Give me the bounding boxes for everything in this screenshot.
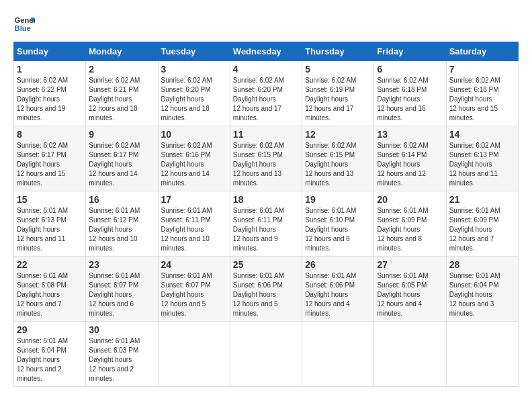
- calendar-week-0: 1Sunrise: 6:02 AMSunset: 6:22 PMDaylight…: [14, 61, 519, 126]
- calendar-day-14: 14Sunrise: 6:02 AMSunset: 6:13 PMDayligh…: [446, 126, 518, 191]
- day-number: 24: [161, 259, 227, 270]
- day-number: 26: [305, 259, 371, 270]
- day-number: 29: [17, 324, 83, 335]
- day-number: 19: [305, 194, 371, 205]
- day-number: 12: [305, 129, 371, 140]
- calendar-day-9: 9Sunrise: 6:02 AMSunset: 6:17 PMDaylight…: [86, 126, 158, 191]
- calendar-day-empty-4-3: [230, 322, 302, 387]
- calendar-day-12: 12Sunrise: 6:02 AMSunset: 6:15 PMDayligh…: [302, 126, 374, 191]
- header-row: SundayMondayTuesdayWednesdayThursdayFrid…: [14, 42, 519, 61]
- day-number: 23: [89, 259, 154, 270]
- calendar-day-29: 29Sunrise: 6:01 AMSunset: 6:04 PMDayligh…: [14, 322, 86, 387]
- day-info: Sunrise: 6:02 AMSunset: 6:14 PMDaylight …: [377, 141, 443, 188]
- calendar-day-16: 16Sunrise: 6:01 AMSunset: 6:12 PMDayligh…: [86, 191, 158, 257]
- logo-icon: General Blue: [13, 13, 35, 35]
- day-info: Sunrise: 6:02 AMSunset: 6:17 PMDaylight …: [17, 141, 83, 188]
- day-info: Sunrise: 6:01 AMSunset: 6:11 PMDaylight …: [233, 206, 299, 253]
- svg-text:Blue: Blue: [15, 24, 31, 32]
- day-number: 3: [161, 64, 227, 75]
- day-info: Sunrise: 6:02 AMSunset: 6:21 PMDaylight …: [89, 76, 154, 123]
- calendar-day-27: 27Sunrise: 6:01 AMSunset: 6:05 PMDayligh…: [374, 257, 446, 322]
- day-number: 8: [17, 129, 83, 140]
- day-info: Sunrise: 6:01 AMSunset: 6:08 PMDaylight …: [17, 271, 83, 318]
- day-info: Sunrise: 6:02 AMSunset: 6:20 PMDaylight …: [161, 76, 227, 123]
- day-number: 30: [89, 324, 154, 335]
- calendar-day-4: 4Sunrise: 6:02 AMSunset: 6:20 PMDaylight…: [230, 61, 302, 126]
- day-info: Sunrise: 6:02 AMSunset: 6:19 PMDaylight …: [305, 76, 371, 123]
- day-info: Sunrise: 6:02 AMSunset: 6:15 PMDaylight …: [233, 141, 299, 188]
- calendar-day-13: 13Sunrise: 6:02 AMSunset: 6:14 PMDayligh…: [374, 126, 446, 191]
- day-number: 5: [305, 64, 371, 75]
- day-number: 11: [233, 129, 299, 140]
- day-info: Sunrise: 6:01 AMSunset: 6:11 PMDaylight …: [161, 206, 227, 253]
- page-header: General Blue: [13, 13, 519, 35]
- day-info: Sunrise: 6:02 AMSunset: 6:17 PMDaylight …: [89, 141, 154, 188]
- col-header-saturday: Saturday: [446, 42, 518, 61]
- calendar-day-10: 10Sunrise: 6:02 AMSunset: 6:16 PMDayligh…: [158, 126, 230, 191]
- day-info: Sunrise: 6:01 AMSunset: 6:06 PMDaylight …: [233, 271, 299, 318]
- day-info: Sunrise: 6:01 AMSunset: 6:04 PMDaylight …: [449, 271, 515, 318]
- day-number: 10: [161, 129, 227, 140]
- day-info: Sunrise: 6:01 AMSunset: 6:09 PMDaylight …: [377, 206, 443, 253]
- calendar-day-30: 30Sunrise: 6:01 AMSunset: 6:03 PMDayligh…: [86, 322, 158, 387]
- calendar-week-3: 22Sunrise: 6:01 AMSunset: 6:08 PMDayligh…: [14, 257, 519, 322]
- day-info: Sunrise: 6:02 AMSunset: 6:18 PMDaylight …: [377, 76, 443, 123]
- calendar-day-17: 17Sunrise: 6:01 AMSunset: 6:11 PMDayligh…: [158, 191, 230, 257]
- col-header-monday: Monday: [86, 42, 158, 61]
- day-info: Sunrise: 6:01 AMSunset: 6:09 PMDaylight …: [449, 206, 515, 253]
- day-number: 15: [17, 194, 83, 205]
- day-number: 6: [377, 64, 443, 75]
- calendar-day-empty-4-4: [302, 322, 374, 387]
- day-info: Sunrise: 6:01 AMSunset: 6:13 PMDaylight …: [17, 206, 83, 253]
- col-header-tuesday: Tuesday: [158, 42, 230, 61]
- day-info: Sunrise: 6:02 AMSunset: 6:22 PMDaylight …: [17, 76, 83, 123]
- calendar-day-26: 26Sunrise: 6:01 AMSunset: 6:06 PMDayligh…: [302, 257, 374, 322]
- day-info: Sunrise: 6:01 AMSunset: 6:07 PMDaylight …: [161, 271, 227, 318]
- day-number: 25: [233, 259, 299, 270]
- calendar-day-7: 7Sunrise: 6:02 AMSunset: 6:18 PMDaylight…: [446, 61, 518, 126]
- day-number: 1: [17, 64, 83, 75]
- calendar-day-5: 5Sunrise: 6:02 AMSunset: 6:19 PMDaylight…: [302, 61, 374, 126]
- day-number: 13: [377, 129, 443, 140]
- col-header-wednesday: Wednesday: [230, 42, 302, 61]
- calendar-day-20: 20Sunrise: 6:01 AMSunset: 6:09 PMDayligh…: [374, 191, 446, 257]
- col-header-thursday: Thursday: [302, 42, 374, 61]
- calendar-day-24: 24Sunrise: 6:01 AMSunset: 6:07 PMDayligh…: [158, 257, 230, 322]
- calendar-day-1: 1Sunrise: 6:02 AMSunset: 6:22 PMDaylight…: [14, 61, 86, 126]
- day-number: 22: [17, 259, 83, 270]
- logo: General Blue: [13, 13, 35, 35]
- calendar-day-23: 23Sunrise: 6:01 AMSunset: 6:07 PMDayligh…: [86, 257, 158, 322]
- day-number: 28: [449, 259, 515, 270]
- day-number: 4: [233, 64, 299, 75]
- day-number: 21: [449, 194, 515, 205]
- col-header-friday: Friday: [374, 42, 446, 61]
- calendar-day-empty-4-5: [374, 322, 446, 387]
- calendar-day-18: 18Sunrise: 6:01 AMSunset: 6:11 PMDayligh…: [230, 191, 302, 257]
- calendar-day-2: 2Sunrise: 6:02 AMSunset: 6:21 PMDaylight…: [86, 61, 158, 126]
- day-number: 2: [89, 64, 154, 75]
- day-info: Sunrise: 6:01 AMSunset: 6:07 PMDaylight …: [89, 271, 154, 318]
- day-number: 7: [449, 64, 515, 75]
- day-number: 9: [89, 129, 154, 140]
- day-info: Sunrise: 6:02 AMSunset: 6:16 PMDaylight …: [161, 141, 227, 188]
- calendar-week-1: 8Sunrise: 6:02 AMSunset: 6:17 PMDaylight…: [14, 126, 519, 191]
- calendar-week-2: 15Sunrise: 6:01 AMSunset: 6:13 PMDayligh…: [14, 191, 519, 257]
- calendar-day-8: 8Sunrise: 6:02 AMSunset: 6:17 PMDaylight…: [14, 126, 86, 191]
- day-number: 27: [377, 259, 443, 270]
- calendar-day-22: 22Sunrise: 6:01 AMSunset: 6:08 PMDayligh…: [14, 257, 86, 322]
- calendar-day-15: 15Sunrise: 6:01 AMSunset: 6:13 PMDayligh…: [14, 191, 86, 257]
- calendar-day-25: 25Sunrise: 6:01 AMSunset: 6:06 PMDayligh…: [230, 257, 302, 322]
- day-info: Sunrise: 6:02 AMSunset: 6:18 PMDaylight …: [449, 76, 515, 123]
- day-number: 20: [377, 194, 443, 205]
- day-number: 18: [233, 194, 299, 205]
- calendar-day-6: 6Sunrise: 6:02 AMSunset: 6:18 PMDaylight…: [374, 61, 446, 126]
- day-info: Sunrise: 6:01 AMSunset: 6:12 PMDaylight …: [89, 206, 154, 253]
- calendar-day-11: 11Sunrise: 6:02 AMSunset: 6:15 PMDayligh…: [230, 126, 302, 191]
- calendar-day-28: 28Sunrise: 6:01 AMSunset: 6:04 PMDayligh…: [446, 257, 518, 322]
- day-info: Sunrise: 6:01 AMSunset: 6:05 PMDaylight …: [377, 271, 443, 318]
- calendar-day-3: 3Sunrise: 6:02 AMSunset: 6:20 PMDaylight…: [158, 61, 230, 126]
- day-info: Sunrise: 6:02 AMSunset: 6:15 PMDaylight …: [305, 141, 371, 188]
- day-info: Sunrise: 6:02 AMSunset: 6:20 PMDaylight …: [233, 76, 299, 123]
- calendar-day-empty-4-2: [158, 322, 230, 387]
- day-info: Sunrise: 6:01 AMSunset: 6:06 PMDaylight …: [305, 271, 371, 318]
